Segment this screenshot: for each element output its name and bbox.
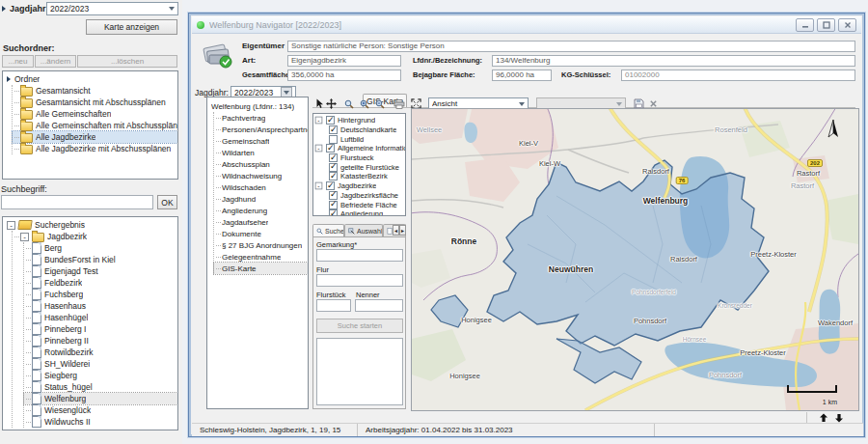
result-item[interactable]: Berg xyxy=(24,242,177,254)
search-results-list[interactable] xyxy=(316,338,403,405)
nenner-input[interactable] xyxy=(355,299,403,312)
nav-item[interactable]: Dokumente xyxy=(214,228,308,239)
layer-item[interactable]: Flurstueck xyxy=(314,153,405,163)
result-tree-group[interactable]: - Jagdbezirk xyxy=(13,231,177,242)
map-place-label: Honigsee xyxy=(449,372,480,380)
nav-item[interactable]: GIS-Karte xyxy=(214,263,308,274)
collapse-icon[interactable]: - xyxy=(20,233,29,241)
eigentuemer-field[interactable]: Sonstige natürliche Person: Sonstige Per… xyxy=(287,41,855,52)
nav-item[interactable]: Wildarten xyxy=(214,147,308,158)
layer-item[interactable]: Deutschlandkarte xyxy=(314,125,405,135)
pan-down-icon[interactable] xyxy=(834,413,844,423)
nav-tree-root[interactable]: Welfenburg (Lfdnr.: 134) xyxy=(209,100,308,112)
lfdnr-field[interactable]: 134/Welfenburg xyxy=(492,55,855,67)
nav-tree-root-label: Welfenburg (Lfdnr.: 134) xyxy=(211,102,294,111)
layer-checkbox[interactable] xyxy=(329,209,338,216)
result-item[interactable]: Siegberg xyxy=(24,370,177,381)
layer-group[interactable]: -Jagdbezirke xyxy=(314,181,405,191)
art-field[interactable]: Eigenjagdbezirk xyxy=(287,55,401,67)
nav-item[interactable]: Angliederung xyxy=(214,205,308,216)
pan-icon[interactable] xyxy=(325,98,337,109)
nav-item[interactable]: Personen/Ansprechpartner xyxy=(214,124,308,135)
select-cursor-icon[interactable] xyxy=(314,98,324,109)
new-folder-button[interactable]: ...neu xyxy=(2,55,34,68)
layer-item[interactable]: Jagdbezirksfläche xyxy=(314,191,405,201)
nav-item[interactable]: Abschussplan xyxy=(214,158,308,170)
result-item[interactable]: Wildwuchs II xyxy=(24,416,177,428)
result-item[interactable]: Eigenjagd Test xyxy=(24,265,177,277)
gesamtflaeche-field[interactable]: 356,0000 ha xyxy=(287,69,401,81)
bejagbare-field[interactable]: 96,0000 ha xyxy=(492,69,552,81)
folder-item[interactable]: Alle Jagdbezirke mit Abschussplänen xyxy=(13,143,177,154)
tabs-scroll-left-button[interactable]: ◂ xyxy=(393,225,399,236)
result-item[interactable]: Pinneberg II xyxy=(24,335,177,347)
result-item[interactable]: Welfenburg xyxy=(24,393,177,404)
suchbegriff-label: Suchbegriff: xyxy=(1,184,47,194)
layer-group[interactable]: -Hintergrund xyxy=(314,116,405,125)
title-bar[interactable]: Welfenburg Navigator [2022/2023] xyxy=(192,16,861,34)
minimize-button[interactable] xyxy=(796,18,814,32)
folder-item[interactable]: Alle Jagdbezirke xyxy=(13,131,177,143)
folder-item[interactable]: Gesamtansicht xyxy=(13,85,177,97)
zoom-in-icon[interactable] xyxy=(359,98,369,109)
kg-label: KG-Schlüssel: xyxy=(561,70,621,79)
layer-checkbox[interactable] xyxy=(329,125,338,134)
gemarkung-input[interactable] xyxy=(316,249,403,262)
tab-suche[interactable]: Suche xyxy=(312,224,344,236)
kg-field[interactable]: 01002000 xyxy=(621,69,855,81)
result-tree-root[interactable]: - Suchergebnis xyxy=(5,219,177,231)
result-item[interactable]: Wiesenglück xyxy=(24,404,177,416)
folder-item[interactable]: Alle Gemeinschaften xyxy=(13,108,177,120)
ok-button[interactable]: OK xyxy=(157,195,177,209)
result-item-label: Fuchsberg xyxy=(44,290,83,299)
close-button[interactable] xyxy=(838,18,856,32)
map-canvas[interactable]: WellseeKiel-VKiel-WRosenfeldRaisdorfRast… xyxy=(411,108,859,411)
nav-item[interactable]: Pachtvertrag xyxy=(214,112,308,124)
edit-folder-button[interactable]: ...ändern xyxy=(35,55,76,68)
nav-item[interactable]: Wildnachweisung xyxy=(214,170,308,181)
flur-input[interactable] xyxy=(316,274,403,287)
result-item[interactable]: Hasenhügel xyxy=(24,312,177,323)
map-place-label: Pohnsdorf xyxy=(634,317,666,325)
collapse-arrow-icon[interactable] xyxy=(2,6,6,12)
result-item[interactable]: Status_hügel xyxy=(24,381,177,393)
folder-tree-root-label: Ordner xyxy=(14,74,40,84)
nav-item[interactable]: Jagdaufseher xyxy=(214,216,308,228)
nav-item[interactable]: Gemeinschaft xyxy=(214,135,308,147)
result-item[interactable]: Rotwildbezirk xyxy=(24,347,177,358)
tabs-scroll-right-button[interactable]: ▸ xyxy=(399,225,406,236)
folder-item[interactable]: Alle Gemeinschaften mit Abschussplänen xyxy=(13,120,177,131)
folder-item[interactable]: Gesamtansicht mit Abschussplänen xyxy=(13,97,177,108)
result-item[interactable]: Fuchsberg xyxy=(24,289,177,300)
nav-item[interactable]: § 27 BJG Anordnungen xyxy=(214,239,308,251)
collapse-icon[interactable]: - xyxy=(315,117,323,125)
collapse-icon[interactable]: - xyxy=(315,182,323,190)
layer-item[interactable]: geteilte Flurstücke xyxy=(314,162,405,172)
maximize-button[interactable] xyxy=(817,18,835,32)
pan-up-icon[interactable] xyxy=(819,413,828,423)
suche-starten-button[interactable]: Suche starten xyxy=(316,319,403,333)
result-item[interactable]: Pinneberg I xyxy=(24,323,177,335)
layer-group[interactable]: -Allgemeine Informationen xyxy=(314,144,405,153)
tab-auswahl[interactable]: Auswahl xyxy=(344,224,383,236)
delete-folder-button[interactable]: ...löschen xyxy=(77,55,177,68)
karte-anzeigen-button[interactable]: Karte anzeigen xyxy=(86,19,177,35)
result-item[interactable]: SH_Wilderei xyxy=(24,358,177,370)
print-icon[interactable] xyxy=(393,98,405,109)
result-item[interactable]: Hasenhaus xyxy=(24,300,177,312)
suchbegriff-input[interactable] xyxy=(1,195,153,209)
nav-item[interactable]: Jagdhund xyxy=(214,193,308,205)
nav-item[interactable]: Wildschaden xyxy=(214,181,308,193)
result-item[interactable]: BundesForst in Kiel xyxy=(24,254,177,265)
folder-tree-root[interactable]: Ordner xyxy=(5,73,177,85)
result-item[interactable]: Feldbezirk xyxy=(24,277,177,289)
layer-item[interactable]: Befriedete Fläche xyxy=(314,200,405,209)
layer-item[interactable]: Angliederung xyxy=(314,209,405,216)
jagdjahr-select[interactable]: 2022/2023 xyxy=(46,2,178,15)
nav-item[interactable]: Gelegeentnahme xyxy=(214,251,308,263)
zoom-out-icon[interactable] xyxy=(374,98,385,109)
collapse-icon[interactable]: - xyxy=(7,221,15,230)
collapse-icon[interactable]: - xyxy=(315,145,323,153)
zoom-icon[interactable] xyxy=(343,98,354,109)
flurstueck-input[interactable] xyxy=(316,299,351,312)
